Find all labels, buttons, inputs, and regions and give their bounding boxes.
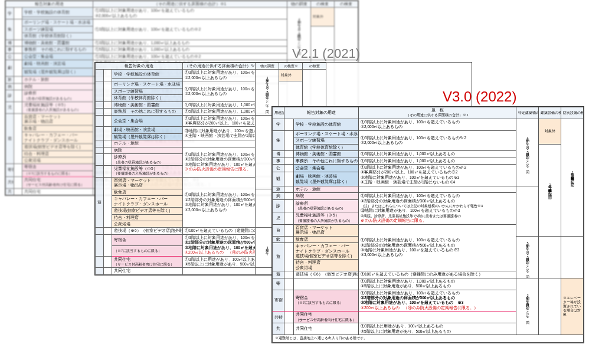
s bbox=[284, 278, 294, 290]
s bbox=[104, 101, 112, 108]
s bbox=[104, 109, 112, 115]
c: 劇 bbox=[6, 60, 14, 76]
cat-kan: 観 bbox=[273, 172, 284, 186]
row-dorm-wrap bbox=[294, 278, 359, 290]
yearly2: 毎年1回対象規模は左記に同じ bbox=[539, 144, 561, 236]
sched-r5: 令和5年8月11月（以降3年ごとに1回） bbox=[516, 236, 539, 278]
crit bbox=[359, 186, 516, 192]
hdr-scale: （その用途に供する床面積の合計）※1 bbox=[93, 1, 287, 8]
c: 遊 bbox=[6, 113, 14, 164]
hdr-usage: 報告対象の用途 bbox=[96, 63, 183, 70]
s bbox=[284, 212, 294, 224]
crit: ①3階以上に対象用途があり、1,000㎡以上あるもの bbox=[93, 40, 287, 46]
cat-byou: 病 bbox=[273, 193, 284, 200]
c bbox=[96, 234, 104, 256]
c: 寄宿 bbox=[6, 164, 14, 177]
hdr-equip: 建築設備の検査※2 bbox=[539, 107, 561, 119]
crit: ①3階以上に対象用途があり、100㎡を超えているもの②2階部分の対象用途の床面積… bbox=[183, 234, 256, 256]
row: 劇場・映画館・演芸場 bbox=[112, 127, 183, 133]
row: ボーリング場・スケート場・水泳場 bbox=[22, 19, 93, 26]
crit: ①3階以上に対象用途があり、1,000㎡以上あるもの bbox=[183, 101, 256, 108]
b bbox=[516, 186, 539, 236]
row: キャバレー・カフェー・バーナイトクラブ・ダンスホール bbox=[112, 196, 183, 208]
row-game2: 遊技場（※6）（個室ビデオ店(路外駐車場などこれらに類するもの) bbox=[294, 271, 359, 278]
cat-gaku: 学 bbox=[273, 119, 284, 130]
s bbox=[14, 60, 22, 76]
h1: 物の調査 bbox=[256, 63, 279, 70]
row: 遊技場（※6）（個室ビデオ店(路外駐車場などこれらに類するもの) bbox=[112, 228, 183, 234]
hdr-fire: 防火設備の検査 bbox=[561, 107, 584, 119]
cat-shuu: 集 bbox=[273, 130, 284, 150]
crit: ①100㎡を超えているもの（避難階にのみ用途がある場合を除く） bbox=[359, 271, 516, 278]
s bbox=[14, 90, 22, 102]
crit: ①3階以上に対象用途があり、100㎡を超えているもの※2 bbox=[93, 53, 287, 60]
row-cabaret: キャバレー・カフェー・バーナイトクラブ・ダンスホール遊技場(個室ビデオ店等を除く… bbox=[294, 243, 359, 260]
row: 劇場・映画館・演芸場 bbox=[22, 60, 93, 68]
crit: ①3階以上に用途があり、100㎡以上あるもの②5階以上に対象用途があり、500㎡… bbox=[359, 323, 516, 335]
c bbox=[96, 81, 104, 101]
row: 百貨店・マーケット展示場・物品店 bbox=[112, 177, 183, 189]
s bbox=[284, 164, 294, 172]
hdr-scale: 規 模（その用途に供する床面積の合計）※1 bbox=[359, 107, 516, 119]
h2: の検査 bbox=[311, 1, 335, 8]
cat-ji: 児 bbox=[273, 212, 284, 224]
c: 事 bbox=[6, 47, 14, 53]
crit: ①100㎡を超えているもの（避難階にのみ用途がある場合を除く） bbox=[183, 228, 256, 234]
cat-kyo: 共特 bbox=[273, 311, 284, 323]
c bbox=[96, 154, 104, 166]
s bbox=[284, 193, 294, 200]
ex: 対象外 bbox=[279, 70, 303, 81]
c bbox=[96, 147, 104, 153]
row: 公会堂・集会場 bbox=[22, 53, 93, 60]
c bbox=[96, 127, 104, 140]
c: 共 bbox=[6, 188, 14, 195]
row: 公衆浴場 bbox=[22, 157, 93, 163]
crit: ①3階以上に対象用途があり、100㎡を超えているもの②2階部分の対象用途の床面積… bbox=[183, 147, 256, 177]
row: 飲食店 bbox=[22, 125, 93, 132]
row: 事務所 その他これに類するもの bbox=[112, 109, 183, 115]
row: 観覧場（屋外観覧席は除く） bbox=[112, 133, 183, 140]
row: キャバレー・カフェー・バーナイトクラブ・ダンスホール bbox=[22, 132, 93, 144]
row-hotel: ホテル・旅館 bbox=[294, 186, 359, 192]
s bbox=[284, 200, 294, 212]
s bbox=[14, 102, 22, 114]
row: 診療所（患者の収容施設があるもの） bbox=[112, 154, 183, 166]
crit: ①3階以上に対象用途があり、100㎡を超えているもの②2階部分の対象用途の床面積… bbox=[359, 224, 516, 271]
cat-hyaku: 百 bbox=[273, 224, 284, 236]
row: ホテル・旅館 bbox=[112, 140, 183, 147]
row-theater: 劇場・映画館・演芸場観覧場（屋外観覧席は除く） bbox=[294, 172, 359, 186]
row-clinic: 診療所（患者の収容施設があるもの） bbox=[294, 200, 359, 212]
cat-yuu2: 遊 bbox=[273, 271, 284, 278]
row: 共同住宅 bbox=[22, 188, 93, 195]
s bbox=[104, 154, 112, 166]
h3: の検査 bbox=[335, 1, 358, 8]
s bbox=[284, 224, 294, 236]
c bbox=[96, 115, 104, 127]
h3: の検査 bbox=[303, 63, 326, 70]
s bbox=[284, 119, 294, 130]
version-label-30: V3.0 (2022) bbox=[443, 88, 516, 105]
cat-shin: 診 bbox=[273, 200, 284, 212]
s bbox=[14, 188, 22, 195]
hdr-bldg: 特定建築物の調査 bbox=[516, 107, 539, 119]
s bbox=[104, 147, 112, 153]
crit: ①3階以上に対象用途があり、100㎡を超えているもの※2②客席部分が200㎡以上… bbox=[183, 115, 256, 127]
cat-kyou2: 共 bbox=[273, 323, 284, 335]
hdr-usage: 報告対象の用途 bbox=[6, 1, 93, 8]
cat-ryo: 旅 bbox=[273, 186, 284, 192]
b bbox=[539, 278, 561, 335]
cat-in: 飲 bbox=[273, 236, 284, 242]
s bbox=[14, 8, 22, 19]
crit: ①3階以上に対象用途があり、100㎡を超えているもの※2②2,000㎡以上あるも… bbox=[359, 130, 516, 150]
c: 遊 bbox=[96, 177, 104, 228]
c: 診 bbox=[6, 90, 14, 102]
row-apt2: 共同住宅 bbox=[294, 323, 359, 335]
row: ボーリング場・スケート場・水泳場 bbox=[112, 81, 183, 88]
s bbox=[104, 81, 112, 101]
row-dept: 百貨店・マーケット展示場・物品店 bbox=[294, 224, 359, 236]
row: スポーツ練習場 bbox=[22, 26, 93, 32]
c: 旅 bbox=[6, 77, 14, 83]
c: 病 bbox=[6, 83, 14, 90]
row: 遊技場(個室ビデオ店等を除く) bbox=[22, 144, 93, 150]
row: 病院 bbox=[112, 147, 183, 153]
